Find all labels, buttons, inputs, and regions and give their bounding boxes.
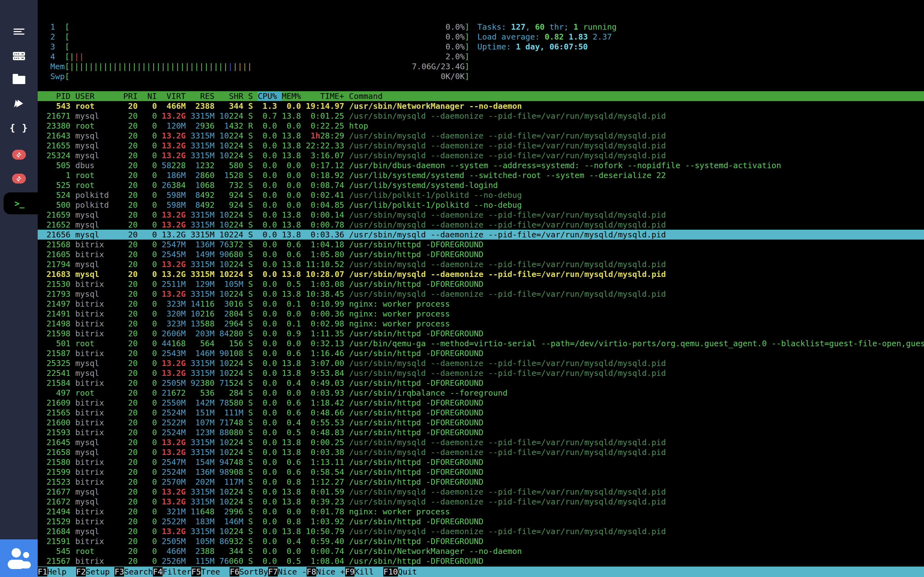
meter-table-gap — [38, 81, 924, 91]
meter-bar: ||||||||||||||||||||||||||||||||||||||7.… — [69, 61, 465, 71]
fkey-button-f6[interactable]: F6SortBy — [229, 567, 268, 577]
fkey-button-f4[interactable]: F4Filter — [153, 567, 191, 577]
app-sidebar: { } ⇄ ⇄ >_ — [0, 0, 38, 577]
terminal-tab-active[interactable]: >_ — [3, 192, 38, 214]
process-row[interactable]: 21794 mysql 20 0 13.2G 3315M 10224 S 0.0… — [38, 259, 924, 269]
htop-screen: 1 [0.0%]2 [0.0%]3 [0.0%]4 [|||2.0%]Mem[|… — [38, 0, 924, 577]
deploy-icon[interactable] — [0, 92, 38, 116]
fkey-button-f7[interactable]: F7Nice - — [268, 567, 307, 577]
connection-a-icon[interactable]: ⇄ — [0, 142, 38, 167]
process-row[interactable]: 21609 bitrix 20 0 2550M 142M 78580 S 0.0… — [38, 398, 924, 408]
servers-icon[interactable] — [0, 44, 38, 68]
meter-value: 2.0% — [446, 52, 465, 61]
terminal-prompt-icon: >_ — [15, 199, 24, 208]
process-row[interactable]: 21672 mysql 20 0 13.2G 3315M 10224 S 0.0… — [38, 497, 924, 507]
uptime-line: Uptime: 1 day, 06:07:50 — [477, 42, 617, 52]
fkey-button-f2[interactable]: F2Setup — [76, 567, 115, 577]
braces-glyph: { } — [10, 122, 28, 133]
load-average-line: Load average: 0.82 1.83 2.37 — [477, 32, 617, 42]
tasks-line: Tasks: 127, 60 thr; 1 running — [477, 22, 617, 32]
connection-b-icon[interactable]: ⇄ — [0, 166, 38, 191]
fkey-button-f9[interactable]: F9Kill — [345, 567, 384, 577]
process-row[interactable]: 22541 mysql 20 0 13.2G 3315M 10224 S 0.0… — [38, 368, 924, 378]
meter-swp: Swp[0K/0K] — [38, 71, 924, 81]
meter-value: 0.0% — [446, 22, 465, 32]
process-row[interactable]: 21580 bitrix 20 0 2547M 154M 94748 S 0.0… — [38, 457, 924, 467]
meter-value: 0K/0K — [441, 71, 465, 81]
process-row[interactable]: 505 dbus 20 0 58228 1232 580 S 0.0 0.0 0… — [38, 160, 924, 170]
process-row[interactable]: 25325 mysql 20 0 13.2G 3315M 10224 S 0.0… — [38, 358, 924, 368]
process-row[interactable]: 501 root 20 0 44168 564 156 S 0.0 0.0 0:… — [38, 338, 924, 348]
process-row[interactable]: 21683 mysql 20 0 13.2G 3315M 10224 S 0.0… — [38, 269, 924, 279]
fkey-button-f8[interactable]: F8Nice + — [307, 567, 345, 577]
process-row[interactable]: 1 root 20 0 186M 2860 1528 S 0.0 0.0 0:1… — [38, 170, 924, 180]
process-row[interactable]: 21598 bitrix 20 0 2606M 203M 84280 S 0.0… — [38, 329, 924, 338]
fkey-button-f5[interactable]: F5Tree — [191, 567, 230, 577]
process-row[interactable]: 525 root 20 0 26384 1068 732 S 0.0 0.0 0… — [38, 180, 924, 190]
process-row[interactable]: 21600 bitrix 20 0 2522M 107M 71748 S 0.0… — [38, 417, 924, 427]
process-row[interactable]: 21530 bitrix 20 0 2511M 129M 105M S 0.0 … — [38, 279, 924, 289]
process-row[interactable]: 21591 bitrix 20 0 2505M 105M 86932 S 0.0… — [38, 536, 924, 546]
process-row[interactable]: 21568 bitrix 20 0 2547M 136M 76372 S 0.0… — [38, 240, 924, 250]
meter-bar: |||2.0% — [69, 52, 465, 61]
process-row[interactable]: 21643 mysql 20 0 13.2G 3315M 10224 S 0.0… — [38, 131, 924, 141]
process-row[interactable]: 21593 bitrix 20 0 2524M 123M 88080 S 0.0… — [38, 427, 924, 437]
process-row[interactable]: 21584 bitrix 20 0 2505M 92380 71524 S 0.… — [38, 378, 924, 388]
fkey-button-f3[interactable]: F3Search — [115, 567, 153, 577]
system-summary: Tasks: 127, 60 thr; 1 runningLoad averag… — [477, 22, 617, 52]
process-row[interactable]: 545 root 20 0 466M 2388 344 S 0.0 0.0 0:… — [38, 546, 924, 556]
process-row[interactable]: 21523 bitrix 20 0 2570M 202M 117M S 0.0 … — [38, 477, 924, 487]
folder-icon[interactable] — [0, 68, 38, 92]
process-row[interactable]: 21491 bitrix 20 0 320M 10216 2804 S 0.0 … — [38, 309, 924, 319]
process-row[interactable]: 21599 bitrix 20 0 2524M 136M 98908 S 0.0… — [38, 467, 924, 477]
process-row[interactable]: 21605 bitrix 20 0 2545M 149M 90680 S 0.0… — [38, 250, 924, 259]
meter-4: 4 [|||2.0%] — [38, 52, 924, 61]
process-row[interactable]: 21655 mysql 20 0 13.2G 3315M 10224 S 0.0… — [38, 141, 924, 151]
meter-value: 0.0% — [446, 32, 465, 42]
fkey-button-f1[interactable]: F1Help — [38, 567, 76, 577]
menu-icon[interactable] — [0, 19, 38, 44]
process-row[interactable]: 21494 bitrix 20 0 321M 11648 2996 S 0.0 … — [38, 507, 924, 517]
process-row[interactable]: 21658 mysql 20 0 13.2G 3315M 10224 S 0.0… — [38, 447, 924, 457]
process-row[interactable]: 21659 mysql 20 0 13.2G 3315M 10224 S 0.0… — [38, 210, 924, 220]
users-button[interactable] — [0, 539, 38, 577]
process-row[interactable]: 21529 bitrix 20 0 2522M 183M 146M S 0.0 … — [38, 517, 924, 527]
process-row[interactable]: 21652 mysql 20 0 13.2G 3315M 10224 S 0.0… — [38, 220, 924, 230]
process-table: PID USER PRI NI VIRT RES SHR S CPU% MEM%… — [38, 91, 924, 566]
process-row[interactable]: 524 polkitd 20 0 598M 8492 924 S 0.0 0.0… — [38, 190, 924, 200]
meter-value: 0.0% — [446, 42, 465, 52]
meter-mem: Mem[||||||||||||||||||||||||||||||||||||… — [38, 61, 924, 71]
process-row[interactable]: 21677 mysql 20 0 13.2G 3315M 10224 S 0.0… — [38, 487, 924, 497]
process-row[interactable]: 21645 mysql 20 0 13.2G 3315M 10224 S 0.0… — [38, 437, 924, 447]
process-row[interactable]: 21793 mysql 20 0 13.2G 3315M 10224 S 0.0… — [38, 289, 924, 299]
process-row[interactable]: 21656 mysql 20 0 13.2G 3315M 10224 S 0.0… — [38, 230, 924, 240]
process-row[interactable]: 21565 bitrix 20 0 2524M 151M 111M S 0.0 … — [38, 408, 924, 417]
function-key-bar: F1Help F2Setup F3SearchF4FilterF5Tree F6… — [38, 567, 924, 577]
process-row[interactable]: 25324 mysql 20 0 13.2G 3315M 10224 S 0.0… — [38, 151, 924, 160]
process-row[interactable]: 543 root 20 0 466M 2388 344 S 1.3 0.0 19… — [38, 101, 924, 111]
process-row[interactable]: 21671 mysql 20 0 13.2G 3315M 10224 S 0.7… — [38, 111, 924, 121]
process-row[interactable]: 21567 bitrix 20 0 2526M 115M 76060 S 0.0… — [38, 556, 924, 566]
top-spacer — [38, 0, 924, 22]
sort-column-cpu: CPU% — [258, 92, 282, 101]
process-table-header[interactable]: PID USER PRI NI VIRT RES SHR S CPU% MEM%… — [38, 91, 924, 101]
process-row[interactable]: 21497 bitrix 20 0 323M 14116 3016 S 0.0 … — [38, 299, 924, 309]
code-braces-icon[interactable]: { } — [0, 115, 38, 140]
fkey-button-f10[interactable]: F10Quit — [383, 567, 426, 577]
terminal-area: 1 [0.0%]2 [0.0%]3 [0.0%]4 [|||2.0%]Mem[|… — [38, 0, 924, 577]
meter-value: 7.06G/23.4G — [412, 61, 465, 71]
process-row[interactable]: 23380 root 20 0 120M 2936 1432 R 0.0 0.0… — [38, 121, 924, 131]
process-row[interactable]: 21498 bitrix 20 0 323M 13588 2964 S 0.0 … — [38, 319, 924, 329]
process-row[interactable]: 21684 mysql 20 0 13.2G 3315M 10224 S 0.0… — [38, 527, 924, 536]
process-row[interactable]: 497 root 20 0 21672 536 284 S 0.0 0.0 0:… — [38, 388, 924, 398]
users-icon — [11, 548, 21, 558]
process-row[interactable]: 500 polkitd 20 0 598M 8492 924 S 0.0 0.0… — [38, 200, 924, 210]
process-row[interactable]: 21587 bitrix 20 0 2543M 146M 90108 S 0.0… — [38, 348, 924, 358]
